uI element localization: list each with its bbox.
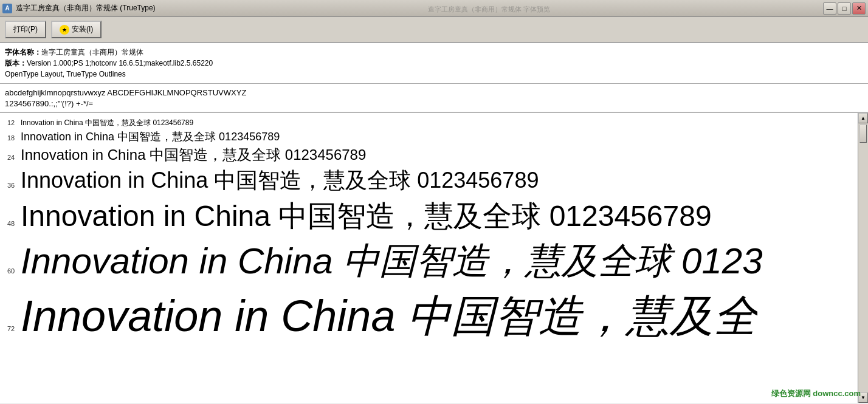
font-layout-line: OpenType Layout, TrueType Outlines bbox=[5, 69, 863, 80]
preview-text: Innovation in China 中国智造，慧及全 bbox=[21, 287, 757, 346]
preview-size-label: 12 bbox=[7, 119, 21, 126]
scroll-up-arrow[interactable]: ▲ bbox=[858, 113, 868, 123]
preview-size-label: 72 bbox=[7, 325, 21, 332]
install-label: 安装(I) bbox=[72, 24, 93, 35]
font-version-line: 版本：Version 1.000;PS 1;hotconv 16.6.51;ma… bbox=[5, 58, 863, 69]
scroll-thumb[interactable] bbox=[859, 125, 867, 143]
font-name-label: 字体名称： bbox=[5, 48, 41, 56]
preview-size-label: 18 bbox=[7, 134, 21, 142]
app-icon: A bbox=[2, 4, 12, 13]
toolbar: 打印(P) ★ 安装(I) bbox=[0, 17, 868, 43]
scrollbar[interactable]: ▲ ▼ bbox=[858, 113, 868, 403]
print-button[interactable]: 打印(P) bbox=[5, 21, 46, 38]
scroll-track bbox=[858, 123, 868, 392]
preview-row: 72Innovation in China 中国智造，慧及全 bbox=[7, 287, 850, 346]
preview-size-label: 36 bbox=[7, 182, 21, 189]
minimize-button[interactable]: — bbox=[823, 2, 836, 15]
alphabet-area: abcdefghijklmnopqrstuvwxyz ABCDEFGHIJKLM… bbox=[0, 84, 868, 112]
preview-text: Innovation in China 中国智造，慧及全球 0123 bbox=[21, 237, 763, 286]
preview-row: 60Innovation in China 中国智造，慧及全球 0123 bbox=[7, 237, 850, 286]
preview-row: 36Innovation in China 中国智造，慧及全球 01234567… bbox=[7, 166, 850, 196]
font-name-line: 字体名称：造字工房童真（非商用）常规体 bbox=[5, 47, 863, 58]
alphabet-line2: 1234567890.:,;'"(!?) +-*/= bbox=[5, 98, 863, 109]
print-label: 打印(P) bbox=[13, 24, 38, 35]
watermark: 绿色资源网 downcc.com bbox=[771, 388, 861, 399]
preview-scroll-area: 12Innovation in China 中国智造，慧及全球 01234567… bbox=[0, 113, 868, 403]
preview-row: 24Innovation in China 中国智造，慧及全球 01234567… bbox=[7, 145, 850, 165]
title-bar-right-text: 造字工房童真（非商用）常规体 字体预览 bbox=[428, 5, 550, 13]
preview-text: Innovation in China 中国智造，慧及全球 0123456789 bbox=[21, 118, 193, 128]
preview-size-label: 60 bbox=[7, 267, 21, 275]
title-bar-left: A 造字工房童真（非商用）常规体 (TrueType) bbox=[2, 3, 156, 13]
font-info-area: 字体名称：造字工房童真（非商用）常规体 版本：Version 1.000;PS … bbox=[0, 43, 868, 83]
preview-row: 12Innovation in China 中国智造，慧及全球 01234567… bbox=[7, 118, 850, 128]
font-version-label: 版本： bbox=[5, 59, 27, 67]
main-content: 字体名称：造字工房童真（非商用）常规体 版本：Version 1.000;PS … bbox=[0, 43, 868, 403]
preview-text: Innovation in China 中国智造，慧及全球 0123456789 bbox=[21, 166, 539, 196]
preview-text: Innovation in China 中国智造，慧及全球 0123456789 bbox=[21, 145, 366, 165]
font-name-value: 造字工房童真（非商用）常规体 bbox=[41, 48, 143, 56]
maximize-button[interactable]: □ bbox=[838, 2, 851, 15]
window-title: 造字工房童真（非商用）常规体 (TrueType) bbox=[16, 3, 156, 13]
preview-text: Innovation in China 中国智造，慧及全球 0123456789 bbox=[21, 129, 280, 144]
preview-main: 12Innovation in China 中国智造，慧及全球 01234567… bbox=[0, 113, 858, 403]
close-button[interactable]: ✕ bbox=[852, 2, 866, 15]
font-version-value: Version 1.000;PS 1;hotconv 16.6.51;makeo… bbox=[27, 59, 213, 67]
font-layout-info: OpenType Layout, TrueType Outlines bbox=[5, 70, 126, 78]
preview-row: 48Innovation in China 中国智造，慧及全球 01234567… bbox=[7, 197, 850, 236]
alphabet-line1: abcdefghijklmnopqrstuvwxyz ABCDEFGHIJKLM… bbox=[5, 87, 863, 98]
title-bar: A 造字工房童真（非商用）常规体 (TrueType) 造字工房童真（非商用）常… bbox=[0, 0, 868, 17]
preview-size-label: 48 bbox=[7, 220, 21, 227]
install-button[interactable]: ★ 安装(I) bbox=[51, 21, 102, 38]
preview-area: 12Innovation in China 中国智造，慧及全球 01234567… bbox=[0, 113, 858, 352]
preview-size-label: 24 bbox=[7, 154, 21, 161]
title-bar-controls: — □ ✕ bbox=[823, 2, 866, 15]
preview-text: Innovation in China 中国智造，慧及全球 0123456789 bbox=[21, 197, 712, 236]
preview-row: 18Innovation in China 中国智造，慧及全球 01234567… bbox=[7, 129, 850, 144]
install-icon: ★ bbox=[60, 25, 69, 35]
